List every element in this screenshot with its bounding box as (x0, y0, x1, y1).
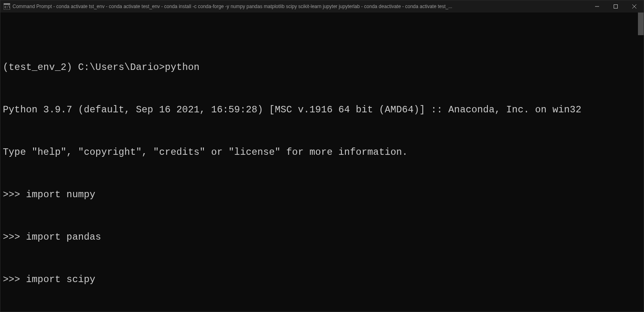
repl-line: >>> import pandas (3, 230, 641, 244)
env-prefix: (test_env_2) (3, 62, 78, 73)
repl-line: >>> import scipy (3, 272, 641, 287)
terminal-output[interactable]: (test_env_2) C:\Users\Dario>python Pytho… (0, 13, 644, 312)
titlebar: c:\ Command Prompt - conda activate tst_… (0, 0, 644, 13)
cmd-icon: c:\ (4, 3, 10, 10)
maximize-button[interactable] (606, 0, 625, 13)
repl-prompt: >>> (3, 189, 26, 200)
shell-prompt-line: (test_env_2) C:\Users\Dario>python (3, 60, 641, 74)
command-text: python (165, 62, 199, 73)
path-prompt: C:\Users\Dario> (78, 62, 165, 73)
repl-line: >>> import numpy (3, 188, 641, 202)
svg-rect-1 (4, 3, 10, 5)
repl-input: import numpy (26, 189, 95, 200)
minimize-button[interactable] (588, 0, 606, 13)
titlebar-text: Command Prompt - conda activate tst_env … (13, 4, 588, 9)
repl-input: import pandas (26, 232, 101, 242)
svg-rect-4 (614, 5, 618, 8)
python-banner-2: Type "help", "copyright", "credits" or "… (3, 145, 641, 159)
svg-text:c:\: c:\ (4, 5, 10, 9)
python-banner-1: Python 3.9.7 (default, Sep 16 2021, 16:5… (3, 103, 641, 117)
repl-input: import scipy (26, 274, 95, 285)
repl-prompt: >>> (3, 232, 26, 242)
close-button[interactable] (625, 0, 644, 13)
window-controls (588, 0, 644, 13)
scrollbar-thumb[interactable] (638, 13, 644, 35)
repl-prompt: >>> (3, 274, 26, 285)
